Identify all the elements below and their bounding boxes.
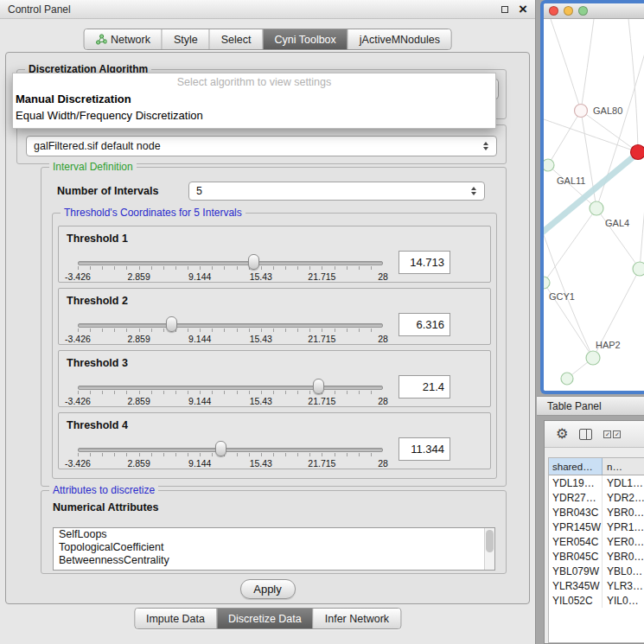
tick-label: -3.426 [65, 396, 91, 406]
table-row[interactable]: YBL079WYBL0… [549, 564, 644, 578]
node-table: shared…n… YDL19…YDL1…YDR27…YDR2…YBR043CY… [548, 457, 644, 643]
tab-style[interactable]: Style [163, 29, 210, 49]
table-cell[interactable]: YER054C [549, 534, 603, 549]
table-row[interactable]: YIL052CYIL0… [549, 593, 644, 608]
table-row[interactable]: YER054CYER0… [549, 534, 644, 549]
slider-thumb[interactable] [215, 441, 226, 456]
tab-label: Select [221, 34, 252, 46]
threshold-value-box[interactable]: 14.713 [399, 251, 450, 274]
network-edge [548, 165, 596, 208]
tab-select[interactable]: Select [210, 29, 264, 49]
zoom-button-icon[interactable] [578, 6, 588, 16]
network-node[interactable] [590, 201, 603, 215]
threshold-panel-4: Threshold 4-3.4262.8599.14415.4321.71528… [58, 412, 491, 469]
network-edge [544, 208, 596, 283]
table-row[interactable]: YLR345WYLR3… [549, 578, 644, 593]
network-canvas[interactable]: GAL80GAL11GAL4GCY1HAP2 [544, 19, 644, 391]
threshold-slider[interactable] [78, 441, 383, 458]
threshold-slider[interactable] [78, 316, 383, 334]
tab-infer-network[interactable]: Infer Network [314, 609, 400, 628]
float-window-icon[interactable] [501, 6, 508, 13]
tick-label: 28 [378, 271, 388, 282]
table-cell[interactable]: YIL0… [603, 593, 644, 608]
table-panel-titlebar[interactable]: Table Panel [537, 396, 644, 416]
network-node[interactable] [575, 105, 588, 118]
table-row[interactable]: YDL19…YDL1… [549, 475, 644, 490]
numerical-attributes-list[interactable]: SelfLoopsTopologicalCoefficientBetweenne… [53, 527, 495, 571]
scrollbar-thumb[interactable] [486, 530, 494, 552]
close-icon[interactable] [519, 2, 527, 16]
gear-icon[interactable] [556, 427, 568, 441]
table-cell[interactable]: YDL19… [549, 475, 603, 490]
table-cell[interactable]: YDR2… [603, 490, 644, 505]
table-cell[interactable]: YBR043C [549, 505, 603, 520]
table-cell[interactable]: YPR1… [603, 520, 644, 534]
checkbox-icon[interactable] [603, 430, 611, 438]
slider-track[interactable] [78, 261, 383, 265]
slider-track[interactable] [78, 448, 383, 452]
tab-discretize-data[interactable]: Discretize Data [217, 609, 314, 628]
network-node[interactable] [561, 373, 573, 385]
column-header-1[interactable]: shared… [549, 458, 603, 475]
threshold-value-box[interactable]: 21.4 [399, 375, 450, 399]
column-header-2[interactable]: n… [603, 458, 644, 475]
table-rows: YDL19…YDL1…YDR27…YDR2…YBR043CYBR0…YPR145… [549, 475, 644, 608]
slider-thumb[interactable] [166, 316, 177, 332]
dropdown-option-manual-discretization[interactable]: Manual Discretization [13, 91, 495, 107]
tab-jactivemnodules[interactable]: jActiveMNodules [348, 29, 451, 49]
table-cell[interactable]: YDR27… [549, 490, 603, 505]
slider-thumb[interactable] [248, 254, 259, 270]
table-cell[interactable]: YDL1… [603, 475, 644, 490]
tab-label: Style [174, 34, 198, 46]
slider-track[interactable] [78, 386, 383, 390]
network-node-selected[interactable] [631, 145, 644, 160]
table-row[interactable]: YDR27…YDR2… [549, 490, 644, 505]
tab-network[interactable]: Network [84, 29, 163, 49]
table-cell[interactable]: YER0… [603, 534, 644, 549]
table-row[interactable]: YPR145WYPR1… [549, 520, 644, 534]
slider-thumb[interactable] [313, 379, 324, 394]
network-node[interactable] [544, 277, 550, 289]
close-button-icon[interactable] [549, 6, 558, 16]
table-data-combo[interactable]: galFiltered.sif default node [26, 136, 497, 156]
list-scrollbar[interactable] [484, 528, 494, 570]
table-cell[interactable]: YBR0… [603, 549, 644, 564]
minimize-button-icon[interactable] [564, 6, 573, 16]
tick-label: 2.859 [127, 271, 150, 282]
threshold-value-box[interactable]: 6.316 [399, 313, 450, 336]
tab-cyni-toolbox[interactable]: Cyni Toolbox [263, 29, 348, 49]
slider-ticks [78, 328, 383, 332]
table-row[interactable]: YBR043CYBR0… [549, 505, 644, 520]
table-cell[interactable]: YLR3… [603, 578, 644, 593]
network-node[interactable] [586, 351, 600, 365]
checkbox-icon[interactable] [613, 430, 621, 438]
dropdown-option-equal-width-frequency-discretization[interactable]: Equal Width/Frequency Discretization [13, 107, 495, 124]
list-item[interactable]: BetweennessCentrality [54, 554, 494, 567]
tick-label: 15.43 [250, 396, 272, 406]
network-node[interactable] [633, 262, 644, 276]
network-window-titlebar[interactable] [544, 3, 644, 19]
threshold-slider[interactable] [78, 254, 383, 271]
tab-impute-data[interactable]: Impute Data [135, 609, 217, 628]
table-cell[interactable]: YBL079W [549, 564, 603, 578]
table-cell[interactable]: YBR045C [549, 549, 603, 564]
tick-label: 28 [378, 334, 388, 344]
table-cell[interactable]: YPR145W [549, 520, 603, 534]
apply-button[interactable]: Apply [240, 579, 296, 599]
list-item[interactable]: TopologicalCoefficient [54, 541, 494, 554]
table-cell[interactable]: YBL0… [603, 564, 644, 578]
table-cell[interactable]: YIL052C [549, 593, 603, 608]
threshold-value-box[interactable]: 11.344 [399, 437, 450, 461]
columns-icon[interactable] [579, 429, 592, 440]
table-cell[interactable]: YBR0… [603, 505, 644, 520]
slider-track[interactable] [78, 323, 383, 328]
control-panel-titlebar[interactable]: Control Panel [0, 0, 535, 19]
number-of-intervals-combo[interactable]: 5 [188, 182, 485, 201]
top-tab-bar: NetworkStyleSelectCyni ToolboxjActiveMNo… [83, 29, 452, 50]
interval-definition-group-title: Interval Definition [49, 161, 137, 173]
network-node[interactable] [544, 159, 554, 171]
threshold-slider[interactable] [78, 379, 383, 396]
table-row[interactable]: YBR045CYBR0… [549, 549, 644, 564]
list-item[interactable]: SelfLoops [54, 528, 494, 541]
table-cell[interactable]: YLR345W [549, 578, 603, 593]
